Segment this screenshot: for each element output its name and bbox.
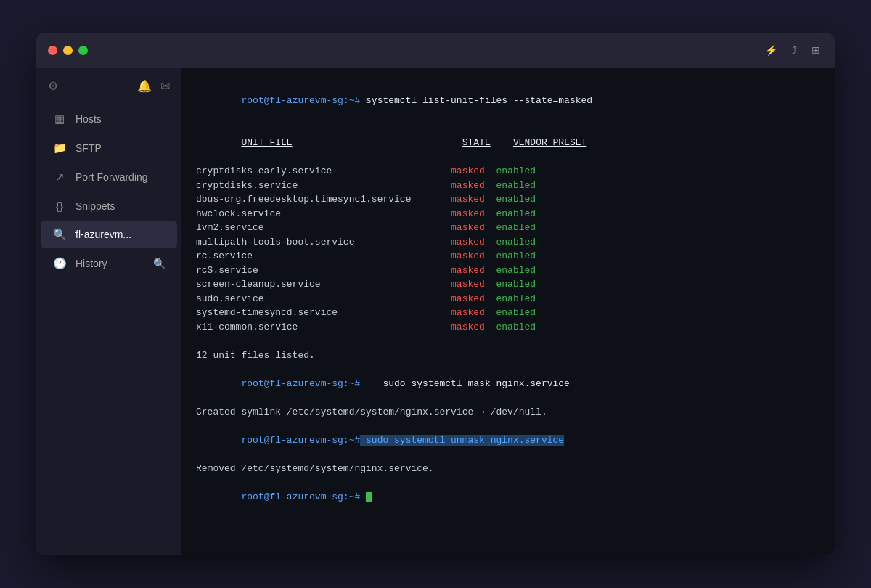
term-cursor — [366, 492, 372, 502]
main-window: ⚡ ⤴ ⊞ ⚙ 🔔 ✉ ▦ Hosts 📁 SFTP ↗ Port For — [36, 33, 835, 555]
sidebar-item-sftp-label: SFTP — [75, 142, 165, 154]
titlebar: ⚡ ⤴ ⊞ — [36, 33, 835, 68]
settings-icon[interactable]: ⚙ — [48, 79, 58, 93]
term-service-row: lvm2.service masked enabled — [196, 221, 820, 235]
hosts-icon: ▦ — [52, 113, 67, 126]
term-output: Removed /etc/systemd/system/nginx.servic… — [196, 462, 820, 476]
term-service-row: hwclock.service masked enabled — [196, 207, 820, 221]
term-command-highlight: sudo systemctl unmask nginx.service — [360, 435, 564, 446]
term-command: sudo systemctl mask nginx.service — [360, 378, 570, 389]
sidebar-top-icons: ⚙ 🔔 ✉ — [36, 73, 181, 105]
sidebar-item-hosts[interactable]: ▦ Hosts — [41, 105, 177, 133]
main-content: ⚙ 🔔 ✉ ▦ Hosts 📁 SFTP ↗ Port Forwarding {… — [36, 68, 835, 555]
term-service-row: multipath-tools-boot.service masked enab… — [196, 235, 820, 250]
term-prompt: root@fl-azurevm-sg:~# — [241, 95, 360, 106]
sidebar: ⚙ 🔔 ✉ ▦ Hosts 📁 SFTP ↗ Port Forwarding {… — [36, 68, 181, 555]
close-button[interactable] — [48, 46, 57, 55]
titlebar-actions: ⚡ ⤴ ⊞ — [762, 41, 823, 59]
term-service-row: cryptdisks.service masked enabled — [196, 179, 820, 193]
history-search-icon[interactable]: 🔍 — [153, 258, 165, 269]
term-col-state: STATE — [462, 137, 491, 148]
sidebar-item-sftp[interactable]: 📁 SFTP — [41, 134, 177, 162]
share-icon[interactable]: ⤴ — [789, 41, 800, 59]
term-service-row: dbus-org.freedesktop.timesync1.service m… — [196, 192, 820, 207]
sidebar-history-label: History — [75, 258, 144, 269]
port-forwarding-icon: ↗ — [52, 171, 67, 184]
term-blank — [196, 334, 820, 348]
term-line: root@fl-azurevm-sg:~# systemctl list-uni… — [196, 79, 820, 122]
lightning-icon[interactable]: ⚡ — [762, 41, 780, 59]
term-prompt-line: root@fl-azurevm-sg:~# — [196, 475, 820, 518]
term-col-vendor: VENDOR PRESET — [513, 137, 586, 148]
split-icon[interactable]: ⊞ — [809, 41, 823, 59]
term-col-spacer2 — [491, 137, 513, 148]
sidebar-item-snippets[interactable]: {} Snippets — [41, 192, 177, 219]
minimize-button[interactable] — [63, 46, 73, 55]
snippets-icon: {} — [52, 200, 67, 212]
term-prompt: root@fl-azurevm-sg:~# — [241, 435, 360, 446]
traffic-lights — [48, 46, 88, 55]
term-output: 12 unit files listed. — [196, 348, 820, 363]
term-col-unit: UNIT FILE — [241, 137, 292, 148]
sidebar-item-hosts-label: Hosts — [75, 113, 165, 125]
sidebar-item-port-forwarding[interactable]: ↗ Port Forwarding — [41, 163, 177, 191]
sidebar-item-active-host[interactable]: 🔍 fl-azurevm... — [41, 221, 177, 248]
term-service-row: systemd-timesyncd.service masked enabled — [196, 306, 820, 320]
term-service-row: x11-common.service masked enabled — [196, 320, 820, 335]
active-host-icon: 🔍 — [52, 228, 67, 241]
term-command: systemctl list-unit-files --state=masked — [360, 95, 592, 106]
term-prompt: root@fl-azurevm-sg:~# — [241, 491, 360, 502]
term-service-row: sudo.service masked enabled — [196, 292, 820, 306]
term-service-row: rc.service masked enabled — [196, 249, 820, 264]
term-service-row: screen-cleanup.service masked enabled — [196, 277, 820, 292]
term-col-spacer — [293, 137, 462, 148]
sidebar-item-port-forwarding-label: Port Forwarding — [75, 171, 165, 183]
mail-icon[interactable]: ✉ — [160, 79, 170, 93]
terminal[interactable]: root@fl-azurevm-sg:~# systemctl list-uni… — [181, 68, 835, 555]
bell-icon[interactable]: 🔔 — [137, 79, 152, 93]
term-line-highlight: root@fl-azurevm-sg:~# sudo systemctl unm… — [196, 419, 820, 462]
term-service-row: cryptdisks-early.service masked enabled — [196, 164, 820, 179]
term-service-row: rcS.service masked enabled — [196, 264, 820, 278]
term-header-line: UNIT FILE STATE VENDOR PRESET — [196, 122, 820, 165]
history-icon: 🕐 — [52, 257, 67, 270]
sidebar-item-history[interactable]: 🕐 History 🔍 — [41, 250, 177, 277]
term-output: Created symlink /etc/systemd/system/ngin… — [196, 405, 820, 420]
sidebar-item-active-label: fl-azurevm... — [75, 229, 165, 240]
sidebar-item-snippets-label: Snippets — [75, 200, 165, 212]
sftp-icon: 📁 — [52, 142, 67, 155]
term-line: root@fl-azurevm-sg:~# sudo systemctl mas… — [196, 362, 820, 405]
maximize-button[interactable] — [78, 46, 88, 55]
term-prompt: root@fl-azurevm-sg:~# — [241, 378, 360, 389]
